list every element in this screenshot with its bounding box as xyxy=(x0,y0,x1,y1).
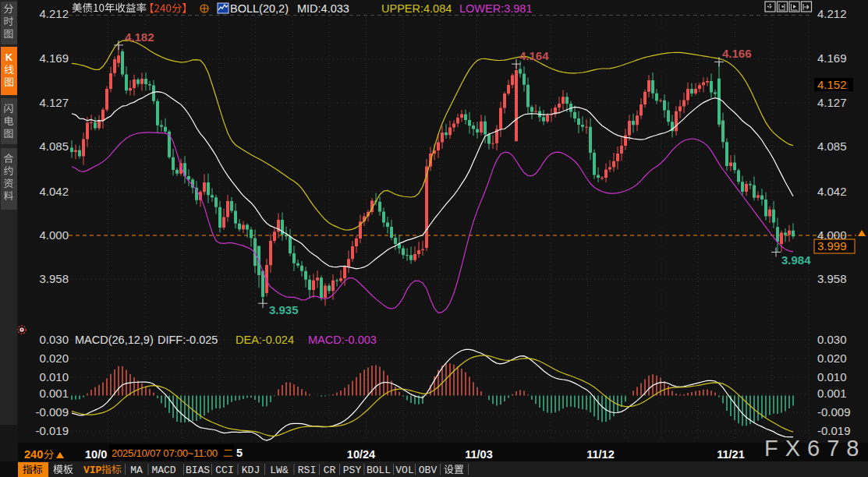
svg-text:DIFF:-0.025: DIFF:-0.025 xyxy=(158,334,218,346)
svg-text:MACD(26,12,9): MACD(26,12,9) xyxy=(75,334,154,346)
svg-text:LOWER:3.981: LOWER:3.981 xyxy=(459,2,533,15)
svg-text:4.169: 4.169 xyxy=(39,51,69,65)
svg-text:VIP: VIP xyxy=(83,465,102,476)
svg-text:4.127: 4.127 xyxy=(817,96,847,109)
svg-text:BIAS: BIAS xyxy=(186,465,210,476)
svg-text:4.182: 4.182 xyxy=(125,30,154,44)
svg-text:-0.009: -0.009 xyxy=(817,405,851,419)
svg-text:0.020: 0.020 xyxy=(39,352,69,365)
svg-text:11/21: 11/21 xyxy=(717,448,745,461)
svg-text:0.001: 0.001 xyxy=(39,387,69,400)
svg-text:RSI: RSI xyxy=(298,465,316,476)
svg-text:LW&: LW& xyxy=(270,465,289,476)
svg-text:11/12: 11/12 xyxy=(586,448,615,461)
svg-text:KDJ: KDJ xyxy=(242,465,260,476)
svg-text:4.169: 4.169 xyxy=(817,51,847,65)
svg-text:4.000: 4.000 xyxy=(39,228,69,242)
svg-text:240: 240 xyxy=(24,448,43,461)
svg-text:4.212: 4.212 xyxy=(39,7,69,20)
svg-text:0.010: 0.010 xyxy=(817,370,847,383)
svg-text:BOLL(20,2): BOLL(20,2) xyxy=(230,2,289,15)
svg-text:MACD:-0.003: MACD:-0.003 xyxy=(308,334,377,346)
svg-text:0.001: 0.001 xyxy=(817,387,847,400)
svg-text:10/0: 10/0 xyxy=(85,448,107,461)
svg-text:DEA:-0.024: DEA:-0.024 xyxy=(236,334,294,346)
svg-text:CR: CR xyxy=(324,465,336,476)
svg-text:3.984: 3.984 xyxy=(781,253,811,267)
svg-text:FX678: FX678 xyxy=(764,436,866,461)
svg-text:MID:4.033: MID:4.033 xyxy=(297,2,349,15)
svg-text:MA: MA xyxy=(130,465,143,476)
svg-text:4.127: 4.127 xyxy=(39,96,69,109)
svg-text:3.958: 3.958 xyxy=(39,272,69,285)
svg-text:-0.019: -0.019 xyxy=(35,424,69,437)
svg-text:0.010: 0.010 xyxy=(39,370,69,383)
svg-text:2025/10/07 07:00~11:00: 2025/10/07 07:00~11:00 xyxy=(112,447,218,459)
svg-text:0.030: 0.030 xyxy=(39,333,69,346)
svg-text:BOLL: BOLL xyxy=(367,465,391,476)
svg-text:K: K xyxy=(5,51,13,63)
svg-text:4.085: 4.085 xyxy=(39,140,69,153)
svg-text:3.999: 3.999 xyxy=(817,239,847,253)
svg-text:3.958: 3.958 xyxy=(817,272,847,285)
svg-text:4.212: 4.212 xyxy=(817,7,847,20)
svg-text:-0.009: -0.009 xyxy=(35,405,69,419)
svg-text:PSY: PSY xyxy=(343,465,362,476)
svg-text:UPPER:4.084: UPPER:4.084 xyxy=(381,2,452,15)
svg-text:CCI: CCI xyxy=(215,465,233,476)
svg-text:0.030: 0.030 xyxy=(817,333,847,346)
svg-text:4.166: 4.166 xyxy=(722,47,752,60)
svg-text:10/24: 10/24 xyxy=(347,448,375,461)
svg-text:0.020: 0.020 xyxy=(817,352,847,365)
svg-text:5: 5 xyxy=(236,447,243,459)
svg-text:4.085: 4.085 xyxy=(817,140,847,153)
svg-text:OBV: OBV xyxy=(419,465,438,476)
svg-text:4.152: 4.152 xyxy=(817,78,847,91)
svg-text:4.164: 4.164 xyxy=(519,49,549,62)
svg-text:MACD: MACD xyxy=(151,465,175,476)
svg-text:VOL: VOL xyxy=(395,465,413,476)
svg-text:4.042: 4.042 xyxy=(817,185,847,198)
svg-text:3.935: 3.935 xyxy=(269,303,299,316)
svg-text:11/03: 11/03 xyxy=(465,448,493,461)
svg-text:4.042: 4.042 xyxy=(39,185,69,198)
